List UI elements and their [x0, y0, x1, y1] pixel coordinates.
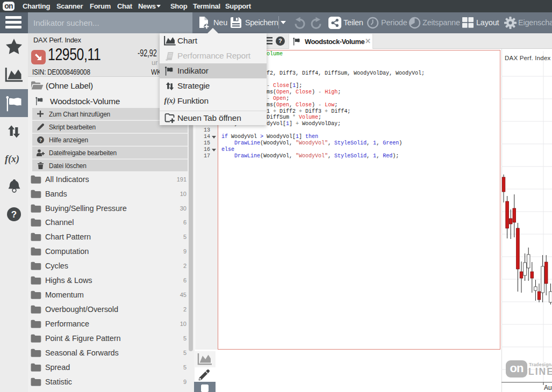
svg-text:?: ?	[278, 38, 282, 44]
svg-text:?: ?	[11, 209, 17, 220]
svg-text:?: ?	[39, 137, 42, 142]
